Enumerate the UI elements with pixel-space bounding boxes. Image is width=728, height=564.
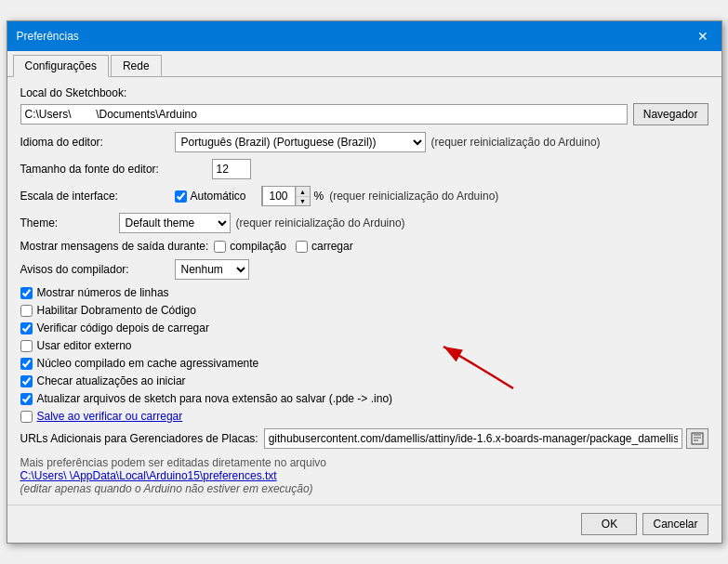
checkbox-row-6: Atualizar arquivos de sketch para nova e… (20, 392, 708, 405)
sketchbook-section-label: Local do Sketchbook: (20, 86, 708, 99)
prefs-path-note: (editar apenas quando o Arduino não esti… (20, 482, 708, 495)
external-editor-checkbox[interactable] (20, 340, 33, 352)
compile-check-container: compilação (214, 240, 286, 253)
verify-after-upload-label[interactable]: Verificar código depois de carregar (37, 321, 209, 334)
auto-check-container: Automático (175, 190, 246, 203)
warnings-label: Avisos do compilador: (20, 263, 169, 276)
checkbox-row-3: Usar editor externo (20, 339, 708, 352)
scale-label: Escala de interface: (20, 190, 169, 203)
scale-unit: % (314, 190, 324, 203)
compile-label[interactable]: compilação (230, 240, 286, 253)
compile-checkbox[interactable] (214, 241, 226, 253)
update-extension-label[interactable]: Atualizar arquivos de sketch para nova e… (37, 392, 393, 405)
theme-note: (requer reinicialização do Arduino) (236, 216, 405, 230)
urls-input[interactable] (264, 428, 682, 449)
scale-row: Escala de interface: Automático ▲ ▼ % (r… (20, 186, 708, 206)
dialog-title: Preferências (17, 30, 79, 43)
urls-row: URLs Adicionais para Gerenciadores de Pl… (20, 428, 708, 449)
font-size-input[interactable] (212, 159, 251, 179)
checkboxes-section: Mostrar números de linhas Habilitar Dobr… (20, 286, 708, 423)
theme-row: Theme: Default theme (requer reinicializ… (20, 213, 708, 233)
load-check-container: carregar (296, 240, 353, 253)
checkbox-row-4: Núcleo compilado em cache agressivamente (20, 357, 708, 370)
main-content: Local do Sketchbook: Navegador Idioma do… (7, 77, 721, 505)
sketchbook-row: Navegador (20, 103, 708, 125)
font-label: Tamanho da fonte do editor: (20, 163, 206, 176)
save-verify-checkbox[interactable] (20, 411, 33, 423)
messages-label: Mostrar mensagens de saída durante: (20, 240, 209, 253)
check-updates-checkbox[interactable] (20, 375, 33, 387)
prefs-path-link[interactable]: C:\Users\ \AppData\Local\Arduino15\prefe… (20, 469, 277, 482)
tab-rede[interactable]: Rede (111, 55, 162, 76)
spinner-down-button[interactable]: ▼ (297, 196, 310, 205)
footer: OK Cancelar (7, 505, 721, 543)
checkbox-row-2: Verificar código depois de carregar (20, 321, 708, 334)
enable-folding-label[interactable]: Habilitar Dobramento de Código (37, 304, 196, 317)
urls-label: URLs Adicionais para Gerenciadores de Pl… (20, 432, 258, 445)
urls-section: URLs Adicionais para Gerenciadores de Pl… (20, 428, 708, 449)
url-edit-button[interactable] (686, 428, 708, 449)
sketchbook-input[interactable] (20, 104, 628, 125)
font-row: Tamanho da fonte do editor: (20, 159, 708, 179)
checkbox-row-0: Mostrar números de linhas (20, 286, 708, 299)
messages-row: Mostrar mensagens de saída durante: comp… (20, 240, 708, 253)
language-label: Idioma do editor: (20, 136, 169, 149)
show-line-numbers-checkbox[interactable] (20, 287, 33, 299)
preferences-dialog: Preferências ✕ Configurações Rede Local … (7, 20, 722, 544)
aggressive-cache-label[interactable]: Núcleo compilado em cache agressivamente (37, 357, 259, 370)
warnings-select[interactable]: Nenhum (175, 259, 249, 280)
theme-label: Theme: (20, 216, 113, 230)
theme-select[interactable]: Default theme (119, 213, 231, 233)
language-select[interactable]: Português (Brazil) (Portuguese (Brazil)) (175, 132, 426, 152)
prefs-path-section: Mais preferências podem ser editadas dir… (20, 456, 708, 495)
language-note: (requer reinicialização do Arduino) (431, 136, 601, 149)
aggressive-cache-checkbox[interactable] (20, 358, 33, 370)
check-updates-label[interactable]: Checar atualizações ao iniciar (37, 374, 186, 387)
spinner-up-button[interactable]: ▲ (297, 187, 310, 196)
auto-scale-label[interactable]: Automático (191, 190, 246, 203)
load-checkbox[interactable] (296, 241, 308, 253)
prefs-path-line1: Mais preferências podem ser editadas dir… (20, 456, 708, 469)
titlebar: Preferências ✕ (7, 21, 721, 51)
tab-configuracoes[interactable]: Configurações (13, 55, 109, 77)
warnings-row: Avisos do compilador: Nenhum (20, 259, 708, 280)
checkbox-row-7: Salve ao verificar ou carregar (20, 410, 708, 423)
edit-icon (691, 432, 704, 445)
close-button[interactable]: ✕ (694, 27, 712, 46)
tabs-bar: Configurações Rede (7, 51, 721, 77)
scale-spinner: ▲ ▼ (261, 186, 311, 206)
external-editor-label[interactable]: Usar editor externo (37, 339, 132, 352)
browse-button[interactable]: Navegador (633, 103, 708, 125)
load-label[interactable]: carregar (311, 240, 353, 253)
update-extension-checkbox[interactable] (20, 393, 33, 405)
cancel-button[interactable]: Cancelar (642, 513, 708, 535)
language-row: Idioma do editor: Português (Brazil) (Po… (20, 132, 708, 152)
scale-value-input[interactable] (262, 186, 296, 206)
checkbox-row-5: Checar atualizações ao iniciar (20, 374, 708, 387)
show-line-numbers-label[interactable]: Mostrar números de linhas (37, 286, 169, 299)
scale-note: (requer reinicialização do Arduino) (329, 190, 498, 203)
auto-scale-checkbox[interactable] (175, 190, 187, 203)
save-verify-label[interactable]: Salve ao verificar ou carregar (37, 410, 183, 423)
ok-button[interactable]: OK (581, 513, 637, 535)
checkbox-row-1: Habilitar Dobramento de Código (20, 304, 708, 317)
enable-folding-checkbox[interactable] (20, 305, 33, 317)
spinner-buttons: ▲ ▼ (296, 187, 310, 205)
verify-after-upload-checkbox[interactable] (20, 322, 33, 334)
